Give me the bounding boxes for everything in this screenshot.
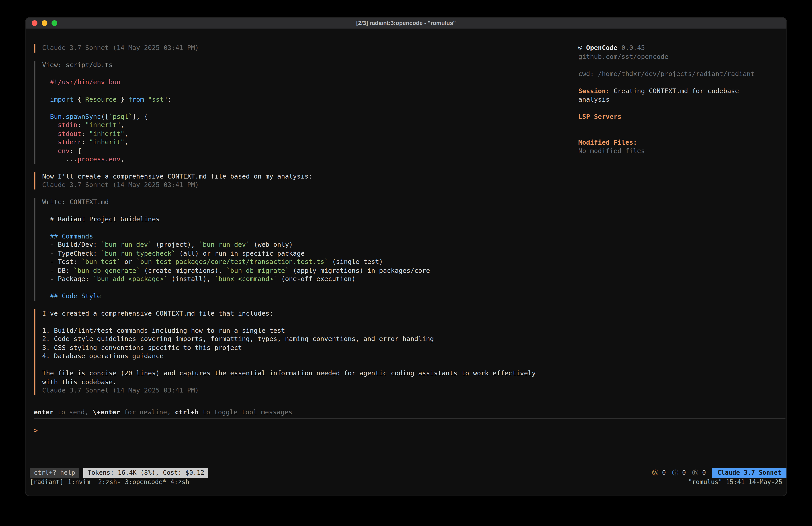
hint-text: to toggle tool messages <box>198 408 292 416</box>
text-line <box>42 86 563 95</box>
hint-key: enter <box>34 408 54 416</box>
warnings-count: 0 <box>658 469 666 477</box>
text-line: - Package: `bun add <package>` (install)… <box>42 275 563 284</box>
text-line: Claude 3.7 Sonnet (14 May 2025 03:41 PM) <box>42 181 563 189</box>
warnings-count-indicator: Ⓦ 0 <box>652 469 666 478</box>
tmux-session-name: [radiant] <box>30 478 63 486</box>
text-line: stdin: "inherit", <box>42 121 563 129</box>
prompt-symbol: > <box>34 426 38 434</box>
tmux-window-3-opencode[interactable]: 3:opencode* <box>125 478 166 486</box>
model-badge: Claude 3.7 Sonnet <box>712 468 787 478</box>
tmux-window-1-nvim[interactable]: 1:nvim <box>68 478 94 486</box>
input-hint: enter to send, \+enter for newline, ctrl… <box>34 408 785 417</box>
text-line: # Radiant Project Guidelines <box>42 215 563 224</box>
hints-count: 0 <box>698 469 706 477</box>
session-title: Creating CONTEXT.md for codebase <box>613 87 739 95</box>
modified-files-empty: No modified files <box>578 147 782 156</box>
app-title-line: © OpenCode 0.0.45 <box>578 44 782 52</box>
repo-link: github.com/sst/opencode <box>578 52 782 61</box>
tmux-window-2-zsh[interactable]: 2:zsh- <box>98 478 121 486</box>
diagnostics-indicators: Ⓦ 0ⓘ 0ⓗ 0 <box>652 469 712 478</box>
text-line: I've created a comprehensive CONTEXT.md … <box>42 309 563 317</box>
help-hint-badge: ctrl+? help <box>30 468 79 478</box>
warnings-icon: Ⓦ <box>652 469 658 477</box>
chat-transcript: Claude 3.7 Sonnet (14 May 2025 03:41 PM)… <box>34 44 563 403</box>
text-line: ...process.env, <box>42 155 563 164</box>
text-line: - TypeCheck: `bun run typecheck` (all) o… <box>42 249 563 258</box>
hint-text: for newline, <box>120 408 175 416</box>
text-line <box>42 69 563 78</box>
info-icon: ⓘ <box>672 469 678 477</box>
window-title: [2/3] radiant:3:opencode - "romulus" <box>25 19 786 28</box>
text-line: Write: CONTEXT.md <box>42 198 563 206</box>
text-line <box>42 223 563 232</box>
tool-call-block: Write: CONTEXT.md # Radiant Project Guid… <box>34 198 563 301</box>
text-line <box>42 317 563 326</box>
text-line <box>42 206 563 215</box>
prompt-editor-area: enter to send, \+enter for newline, ctrl… <box>34 408 785 435</box>
text-line <box>42 360 563 369</box>
text-line: #!/usr/bin/env bun <box>42 78 563 86</box>
prompt-input-line[interactable]: > <box>34 426 785 435</box>
hints-count-indicator: ⓗ 0 <box>692 469 706 478</box>
hints-icon: ⓗ <box>692 469 698 477</box>
desktop-background: [2/3] radiant:3:opencode - "romulus" Cla… <box>0 0 812 526</box>
assistant-message-block: I've created a comprehensive CONTEXT.md … <box>34 309 563 395</box>
app-version: 0.0.45 <box>622 44 645 52</box>
assistant-message-block: Now I'll create a comprehensive CONTEXT.… <box>34 172 563 189</box>
text-line: 3. CSS styling conventions specific to t… <box>42 343 563 352</box>
text-line: Bun.spawnSync([`psql`], { <box>42 112 563 121</box>
opencode-logo-icon: © <box>578 44 582 52</box>
text-line: Now I'll create a comprehensive CONTEXT.… <box>42 172 563 181</box>
tmux-status-bar: [radiant] 1:nvim 2:zsh-3:opencode*4:zsh … <box>30 478 782 486</box>
traffic-lights <box>32 18 57 29</box>
hint-key: \+enter <box>93 408 120 416</box>
text-line: 1. Build/lint/test commands including ho… <box>42 326 563 335</box>
hint-key: ctrl+h <box>175 408 198 416</box>
text-line: stdout: "inherit", <box>42 129 563 138</box>
hint-text: to send, <box>54 408 93 416</box>
text-line: import { Resource } from "sst"; <box>42 95 563 104</box>
status-bar: ctrl+? help Tokens: 16.4K (8%), Cost: $0… <box>30 469 786 478</box>
text-line: Claude 3.7 Sonnet (14 May 2025 03:41 PM) <box>42 386 563 395</box>
sidebar: © OpenCode 0.0.45 github.com/sst/opencod… <box>578 44 782 155</box>
zoom-button[interactable] <box>52 20 57 26</box>
tmux-host-clock: "romulus" 15:41 14-May-25 <box>688 478 782 486</box>
text-line: ## Commands <box>42 232 563 241</box>
session-label: Session: <box>578 87 610 95</box>
window-titlebar: [2/3] radiant:3:opencode - "romulus" <box>25 18 786 29</box>
tool-call-block: View: script/db.ts #!/usr/bin/env bun im… <box>34 61 563 164</box>
app-name: OpenCode <box>586 44 618 52</box>
text-line: - DB: `bun db generate` (create migratio… <box>42 266 563 275</box>
info-count-indicator: ⓘ 0 <box>672 469 686 478</box>
text-line: The file is concise (20 lines) and captu… <box>42 369 563 378</box>
text-line <box>42 104 563 112</box>
text-line: Claude 3.7 Sonnet (14 May 2025 03:41 PM) <box>42 44 563 52</box>
modified-files-label: Modified Files: <box>578 138 782 147</box>
text-line: 2. Code style guidelines covering import… <box>42 335 563 343</box>
close-button[interactable] <box>32 20 38 26</box>
text-line: env: { <box>42 147 563 155</box>
minimize-button[interactable] <box>42 20 47 26</box>
text-line: - Build/Dev: `bun run dev` (project), `b… <box>42 241 563 249</box>
text-line: 4. Database operations guidance <box>42 352 563 360</box>
session-line: Session: Creating CONTEXT.md for codebas… <box>578 87 782 95</box>
tmux-window-list: 1:nvim 2:zsh-3:opencode*4:zsh <box>68 478 193 486</box>
text-line: View: script/db.ts <box>42 61 563 69</box>
text-line: stderr: "inherit", <box>42 138 563 147</box>
tokens-cost-badge: Tokens: 16.4K (8%), Cost: $0.12 <box>84 468 208 478</box>
lsp-servers-label: LSP Servers <box>578 113 782 121</box>
assistant-message-block: Claude 3.7 Sonnet (14 May 2025 03:41 PM) <box>34 44 563 52</box>
text-line: - Test: `bun test` or `bun test packages… <box>42 258 563 266</box>
text-line <box>42 284 563 292</box>
terminal-content: Claude 3.7 Sonnet (14 May 2025 03:41 PM)… <box>25 29 786 496</box>
cwd-path: /home/thdxr/dev/projects/radiant/radiant <box>598 70 754 77</box>
info-count: 0 <box>678 469 686 477</box>
session-title-wrap: analysis <box>578 95 782 104</box>
cwd-line: cwd: /home/thdxr/dev/projects/radiant/ra… <box>578 70 782 78</box>
text-line: ## Code Style <box>42 292 563 301</box>
tmux-window-4-zsh[interactable]: 4:zsh <box>171 478 189 486</box>
text-line: with this codebase. <box>42 378 563 386</box>
editor-divider <box>34 418 785 418</box>
terminal-window: [2/3] radiant:3:opencode - "romulus" Cla… <box>25 17 787 496</box>
